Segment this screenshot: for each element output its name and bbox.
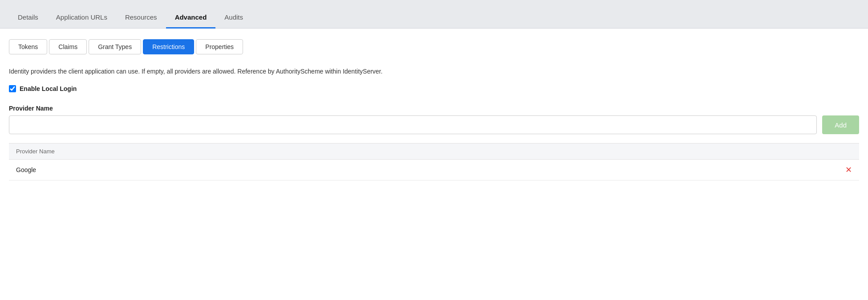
provider-name-input[interactable] — [9, 115, 817, 134]
main-content: TokensClaimsGrant TypesRestrictionsPrope… — [0, 29, 868, 300]
add-provider-button[interactable]: Add — [822, 115, 859, 134]
providers-table: Provider Name Google✕ — [9, 144, 859, 181]
enable-local-login-checkbox[interactable] — [9, 85, 16, 92]
sub-tab-claims[interactable]: Claims — [49, 39, 87, 54]
provider-name-input-row: Add — [9, 115, 859, 134]
provider-name-label: Provider Name — [9, 105, 859, 112]
top-nav-item-details[interactable]: Details — [9, 7, 47, 29]
sub-tabs: TokensClaimsGrant TypesRestrictionsPrope… — [9, 39, 859, 54]
top-navigation: DetailsApplication URLsResourcesAdvanced… — [0, 0, 868, 29]
table-row: Google✕ — [9, 160, 859, 181]
delete-provider-button[interactable]: ✕ — [845, 166, 852, 174]
sub-tab-restrictions[interactable]: Restrictions — [143, 39, 194, 54]
enable-local-login-label[interactable]: Enable Local Login — [20, 85, 77, 92]
sub-tab-grant-types[interactable]: Grant Types — [89, 39, 141, 54]
enable-local-login-row: Enable Local Login — [9, 85, 859, 92]
top-nav-item-audits[interactable]: Audits — [215, 7, 252, 29]
provider-name-section: Provider Name Add — [9, 105, 859, 134]
top-nav-item-application-urls[interactable]: Application URLs — [47, 7, 116, 29]
table-rows: Google✕ — [9, 160, 859, 181]
provider-name-cell: Google — [16, 166, 36, 173]
description-text: Identity providers the client applicatio… — [9, 67, 859, 76]
sub-tab-properties[interactable]: Properties — [196, 39, 243, 54]
top-nav-item-resources[interactable]: Resources — [116, 7, 166, 29]
sub-tab-tokens[interactable]: Tokens — [9, 39, 47, 54]
top-nav-item-advanced[interactable]: Advanced — [166, 7, 216, 29]
table-header-provider-name: Provider Name — [9, 144, 859, 160]
